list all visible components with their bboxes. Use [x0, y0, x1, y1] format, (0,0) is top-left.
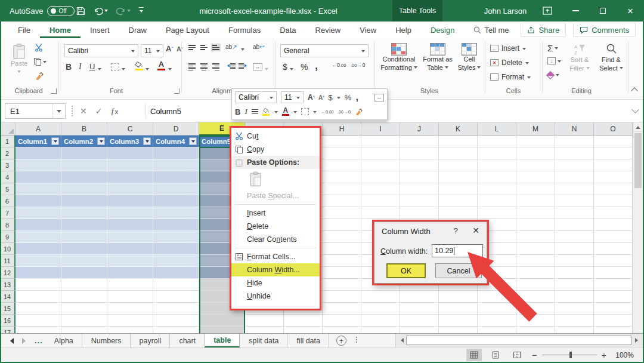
- row-header-1[interactable]: 1: [0, 136, 16, 147]
- italic-button[interactable]: I: [79, 62, 82, 72]
- filter-dropdown-button[interactable]: [97, 137, 105, 145]
- fill-color-caret[interactable]: [145, 68, 149, 72]
- formula-input[interactable]: Column5: [150, 103, 181, 119]
- page-break-preview-button[interactable]: [509, 349, 525, 361]
- font-size-combo[interactable]: 11: [141, 44, 163, 57]
- cell-H14[interactable]: [323, 291, 361, 303]
- cell-I3[interactable]: [361, 159, 400, 171]
- tab-insert[interactable]: Insert: [80, 21, 119, 38]
- tab-file[interactable]: File: [8, 21, 40, 38]
- cell-N13[interactable]: [555, 279, 594, 291]
- cell-C12[interactable]: [107, 267, 153, 279]
- horizontal-scroll-thumb[interactable]: [406, 336, 631, 345]
- cell-M9[interactable]: [516, 231, 555, 243]
- mini-align-center-button[interactable]: [252, 109, 258, 115]
- cell-O3[interactable]: [594, 159, 633, 171]
- insert-function-button[interactable]: ƒx: [110, 106, 118, 116]
- cell-D9[interactable]: [153, 231, 199, 243]
- cell-C10[interactable]: [107, 243, 153, 255]
- minimize-button[interactable]: [562, 0, 589, 21]
- font-name-combo[interactable]: Calibri: [64, 44, 138, 57]
- column-header-C[interactable]: C: [107, 122, 153, 136]
- accounting-format-button[interactable]: $: [283, 62, 287, 72]
- cell-K4[interactable]: [439, 171, 478, 183]
- cell-N10[interactable]: [555, 243, 594, 255]
- mini-increase-font-button[interactable]: Aˆ: [308, 93, 314, 101]
- mini-percent-button[interactable]: %: [345, 93, 352, 102]
- number-format-combo[interactable]: General: [280, 44, 369, 57]
- align-left-button[interactable]: [188, 63, 196, 70]
- undo-button[interactable]: [94, 7, 108, 16]
- cell-I14[interactable]: [361, 291, 400, 303]
- cell-C15[interactable]: [107, 303, 153, 315]
- menu-item-column-width[interactable]: Column Width...: [231, 263, 320, 276]
- cell-H12[interactable]: [323, 267, 361, 279]
- cell-H11[interactable]: [323, 255, 361, 267]
- mini-font-color-caret[interactable]: [293, 111, 297, 115]
- accounting-format-caret[interactable]: [290, 68, 293, 72]
- dialog-help-button[interactable]: ?: [454, 226, 458, 235]
- cell-E16[interactable]: [199, 315, 245, 327]
- cell-N1[interactable]: [555, 136, 594, 147]
- underline-caret[interactable]: [98, 68, 101, 72]
- more-sheets-ellipsis[interactable]: ...: [35, 334, 45, 347]
- fill-color-button[interactable]: [135, 61, 143, 70]
- cell-N2[interactable]: [555, 147, 594, 159]
- cell-H9[interactable]: [323, 231, 361, 243]
- mini-borders-caret[interactable]: [313, 111, 317, 115]
- cell-H16[interactable]: [323, 315, 361, 327]
- cell-A5[interactable]: [16, 183, 61, 195]
- cell-O11[interactable]: [594, 255, 633, 267]
- menu-item-unhide[interactable]: Unhide: [231, 290, 320, 303]
- cell-J15[interactable]: [400, 303, 439, 315]
- comma-style-button[interactable]: ,: [315, 60, 318, 72]
- cell-O6[interactable]: [594, 195, 633, 207]
- undo-dropdown[interactable]: [104, 10, 108, 14]
- zoom-level[interactable]: 100%: [611, 351, 634, 359]
- cell-J1[interactable]: [400, 136, 439, 147]
- previous-sheet-button[interactable]: [7, 338, 14, 344]
- cell-O10[interactable]: [594, 243, 633, 255]
- sheet-tab-numbers[interactable]: Numbers: [82, 334, 131, 347]
- cell-N11[interactable]: [555, 255, 594, 267]
- cell-K1[interactable]: [439, 136, 478, 147]
- column-header-M[interactable]: M: [516, 122, 555, 136]
- mini-format-painter-icon[interactable]: [355, 108, 363, 116]
- name-box-caret[interactable]: [57, 110, 61, 115]
- cell-O7[interactable]: [594, 207, 633, 219]
- cell-B15[interactable]: [61, 303, 107, 315]
- name-box[interactable]: E1: [5, 103, 66, 119]
- cell-N16[interactable]: [555, 315, 594, 327]
- cell-J7[interactable]: [400, 207, 439, 219]
- fill-button[interactable]: ↓: [547, 57, 561, 64]
- mini-comma-button[interactable]: ,: [355, 92, 358, 103]
- tab-help[interactable]: Help: [386, 21, 421, 38]
- cell-D15[interactable]: [153, 303, 199, 315]
- cell-N15[interactable]: [555, 303, 594, 315]
- cell-L17[interactable]: [478, 327, 516, 333]
- cell-B8[interactable]: [61, 219, 107, 231]
- mini-italic-button[interactable]: I: [244, 107, 247, 116]
- customize-qat-button[interactable]: [139, 7, 144, 14]
- cell-K17[interactable]: [439, 327, 478, 333]
- cell-D2[interactable]: [153, 147, 199, 159]
- cell-B9[interactable]: [61, 231, 107, 243]
- cell-D8[interactable]: [153, 219, 199, 231]
- column-header-D[interactable]: D: [153, 122, 199, 136]
- cell-D3[interactable]: [153, 159, 199, 171]
- cell-B2[interactable]: [61, 147, 107, 159]
- column-header-H[interactable]: H: [323, 122, 361, 136]
- mini-borders-button[interactable]: [301, 108, 309, 115]
- cell-D11[interactable]: [153, 255, 199, 267]
- row-header-11[interactable]: 11: [0, 255, 16, 267]
- cell-O2[interactable]: [594, 147, 633, 159]
- column-header-A[interactable]: A: [16, 122, 61, 136]
- cell-O5[interactable]: [594, 183, 633, 195]
- cell-J17[interactable]: [400, 327, 439, 333]
- increase-font-size-button[interactable]: Aˆ: [166, 44, 173, 53]
- increase-indent-button[interactable]: [239, 63, 249, 69]
- column-header-N[interactable]: N: [555, 122, 594, 136]
- cell-B11[interactable]: [61, 255, 107, 267]
- cell-I15[interactable]: [361, 303, 400, 315]
- column-header-I[interactable]: I: [361, 122, 400, 136]
